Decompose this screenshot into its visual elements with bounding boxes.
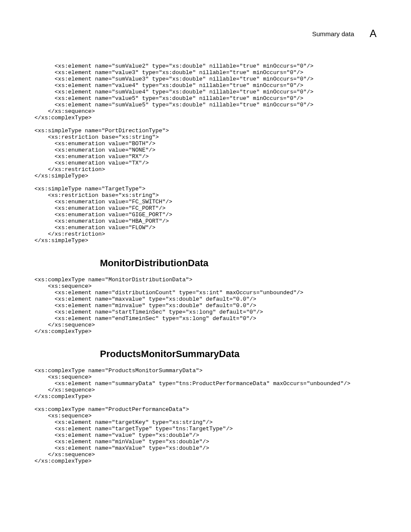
code-block-1: <xs:element name="sumValue2" type="xs:do… [34, 63, 377, 244]
page-header: Summary data A [34, 28, 377, 40]
section-heading-monitor-distribution: MonitorDistributionData [100, 258, 377, 269]
section-heading-products-monitor-summary: ProductsMonitorSummaryData [100, 348, 377, 360]
code-block-3: <xs:complexType name="ProductsMonitorSum… [34, 367, 377, 464]
header-title: Summary data [312, 30, 354, 37]
code-block-2: <xs:complexType name="MonitorDistributio… [34, 277, 377, 335]
header-section-letter: A [370, 28, 377, 40]
document-page: Summary data A <xs:element name="sumValu… [0, 0, 411, 488]
